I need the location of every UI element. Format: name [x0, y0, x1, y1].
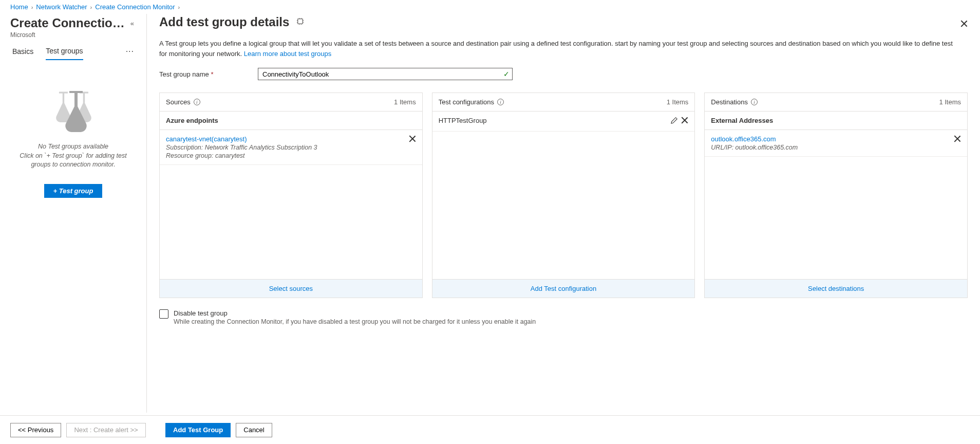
breadcrumb-network-watcher[interactable]: Network Watcher: [36, 3, 87, 11]
destination-item-meta: URL/IP: outlook.office365.com: [711, 144, 950, 151]
disable-test-group-label: Disable test group: [174, 309, 536, 317]
panel-title: Add test group details: [159, 15, 289, 29]
remove-destination-icon[interactable]: [954, 135, 961, 144]
sources-count: 1 Items: [394, 98, 416, 106]
pin-icon[interactable]: [296, 17, 304, 27]
breadcrumb: Home › Network Watcher › Create Connecti…: [0, 0, 980, 14]
info-icon[interactable]: i: [194, 99, 200, 105]
flask-icon: [50, 91, 97, 132]
panel-description: A Test group lets you define a logical g…: [159, 39, 960, 59]
test-group-name-input[interactable]: [258, 68, 513, 80]
select-sources-button[interactable]: Select sources: [160, 279, 422, 298]
test-configurations-column: Test configurations i 1 Items HTTPTestGr…: [432, 92, 695, 298]
source-item-subscription: Subscription: Network Traffic Analytics …: [166, 144, 405, 151]
svg-rect-0: [298, 19, 303, 24]
destinations-title: Destinations: [711, 98, 748, 106]
disable-test-group-checkbox[interactable]: [159, 309, 168, 319]
footer-bar: << Previous Next : Create alert >> Add T…: [0, 415, 980, 444]
chevron-right-icon: ›: [90, 4, 92, 10]
tabs-overflow-icon[interactable]: ···: [126, 47, 134, 60]
subtitle: Microsoft: [10, 31, 136, 39]
previous-button[interactable]: << Previous: [10, 423, 61, 437]
check-icon: ✓: [503, 70, 510, 78]
chevron-right-icon: ›: [31, 4, 33, 10]
destinations-count: 1 Items: [939, 98, 961, 106]
sources-title: Sources: [166, 98, 191, 106]
add-test-group-button[interactable]: + Test group: [44, 184, 103, 198]
destinations-subheader: External Addresses: [705, 112, 967, 130]
breadcrumb-create-connection-monitor[interactable]: Create Connection Monitor: [95, 3, 175, 11]
next-button[interactable]: Next : Create alert >>: [66, 423, 145, 437]
empty-state-line1: No Test groups available: [12, 142, 134, 152]
chevron-right-icon: ›: [178, 4, 180, 10]
destination-item-link[interactable]: outlook.office365.com: [711, 135, 950, 143]
learn-more-link[interactable]: Learn more about test groups: [244, 50, 332, 58]
tab-basics[interactable]: Basics: [12, 47, 33, 60]
empty-state-line2: Click on `+ Test group` for adding test …: [12, 152, 134, 170]
destination-item: outlook.office365.com URL/IP: outlook.of…: [705, 130, 967, 157]
test-config-title: Test configurations: [439, 98, 494, 106]
select-destinations-button[interactable]: Select destinations: [705, 279, 967, 298]
main-pane: Add test group details A Test group lets…: [147, 14, 980, 413]
source-item-link[interactable]: canarytest-vnet(canarytest): [166, 135, 405, 143]
remove-test-config-icon[interactable]: [681, 117, 688, 126]
source-item: canarytest-vnet(canarytest) Subscription…: [160, 130, 422, 165]
add-test-group-submit-button[interactable]: Add Test Group: [165, 423, 231, 437]
breadcrumb-home[interactable]: Home: [10, 3, 28, 11]
remove-source-icon[interactable]: [409, 135, 416, 144]
source-item-resource-group: Resource group: canarytest: [166, 152, 405, 159]
destinations-column: Destinations i 1 Items External Addresse…: [704, 92, 968, 298]
disable-test-group-description: While creating the Connection Monitor, i…: [174, 318, 536, 325]
page-title: Create Connection...: [10, 16, 128, 30]
edit-test-config-icon[interactable]: [671, 117, 678, 126]
left-tabs: Basics Test groups ···: [0, 39, 146, 60]
test-config-item-label: HTTPTestGroup: [439, 117, 667, 124]
test-config-count: 1 Items: [667, 98, 689, 106]
test-config-item: HTTPTestGroup: [432, 112, 695, 132]
cancel-button[interactable]: Cancel: [236, 423, 272, 437]
info-icon[interactable]: i: [751, 99, 758, 105]
collapse-pane-icon[interactable]: «: [128, 17, 136, 29]
sources-column: Sources i 1 Items Azure endpoints canary…: [159, 92, 423, 298]
sources-subheader: Azure endpoints: [160, 112, 422, 130]
left-pane: Create Connection... « Microsoft Basics …: [0, 14, 147, 413]
add-test-configuration-button[interactable]: Add Test configuration: [432, 279, 695, 298]
info-icon[interactable]: i: [497, 99, 504, 105]
test-group-name-label: Test group name *: [159, 70, 252, 78]
tab-test-groups[interactable]: Test groups: [46, 47, 83, 60]
close-panel-icon[interactable]: [960, 19, 968, 30]
